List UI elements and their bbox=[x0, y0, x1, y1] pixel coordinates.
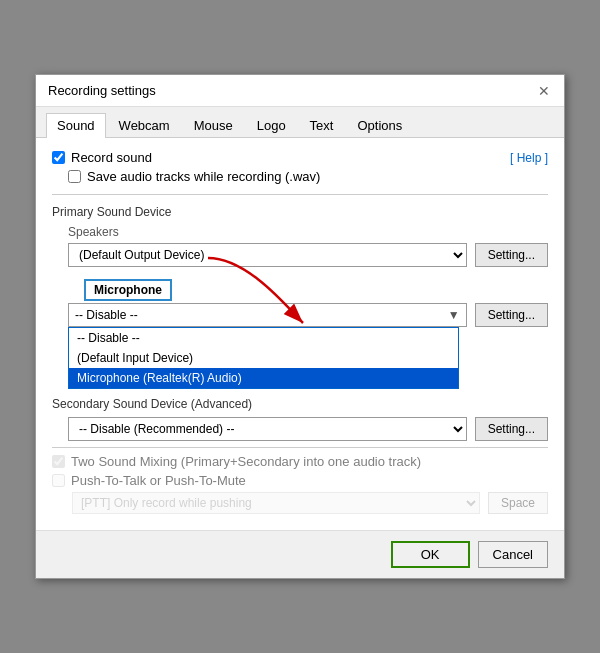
push-to-talk-label: Push-To-Talk or Push-To-Mute bbox=[71, 473, 246, 488]
tab-content: Record sound [ Help ] Save audio tracks … bbox=[36, 138, 564, 530]
tab-text[interactable]: Text bbox=[299, 113, 345, 137]
push-to-talk-row: Push-To-Talk or Push-To-Mute bbox=[52, 473, 548, 488]
tab-mouse[interactable]: Mouse bbox=[183, 113, 244, 137]
microphone-dropdown-list: -- Disable -- (Default Input Device) Mic… bbox=[68, 327, 459, 389]
ptt-key-input[interactable] bbox=[488, 492, 548, 514]
record-sound-row: Record sound bbox=[52, 150, 152, 165]
secondary-device-label: Secondary Sound Device (Advanced) bbox=[52, 397, 548, 411]
cancel-button[interactable]: Cancel bbox=[478, 541, 548, 568]
tab-bar: Sound Webcam Mouse Logo Text Options bbox=[36, 107, 564, 138]
microphone-label: Microphone bbox=[84, 279, 172, 301]
record-sound-checkbox[interactable] bbox=[52, 151, 65, 164]
dropdown-arrow-icon: ▼ bbox=[448, 308, 460, 322]
speakers-select[interactable]: (Default Output Device) bbox=[68, 243, 467, 267]
recording-settings-dialog: Recording settings ✕ Sound Webcam Mouse … bbox=[35, 74, 565, 579]
record-sound-label: Record sound bbox=[71, 150, 152, 165]
save-audio-checkbox[interactable] bbox=[68, 170, 81, 183]
microphone-dropdown-container: -- Disable -- ▼ -- Disable -- (Default I… bbox=[68, 303, 467, 389]
dialog-footer: OK Cancel bbox=[36, 530, 564, 578]
tab-webcam[interactable]: Webcam bbox=[108, 113, 181, 137]
primary-device-label: Primary Sound Device bbox=[52, 205, 548, 219]
secondary-setting-button[interactable]: Setting... bbox=[475, 417, 548, 441]
microphone-setting-button[interactable]: Setting... bbox=[475, 303, 548, 327]
help-link[interactable]: [ Help ] bbox=[510, 151, 548, 165]
secondary-select[interactable]: -- Disable (Recommended) -- bbox=[68, 417, 467, 441]
speakers-setting-button[interactable]: Setting... bbox=[475, 243, 548, 267]
secondary-device-row: -- Disable (Recommended) -- Setting... bbox=[68, 417, 548, 441]
dropdown-item-realtek[interactable]: Microphone (Realtek(R) Audio) bbox=[69, 368, 458, 388]
speakers-label: Speakers bbox=[68, 225, 548, 239]
tab-sound[interactable]: Sound bbox=[46, 113, 106, 138]
close-button[interactable]: ✕ bbox=[536, 84, 552, 98]
microphone-current-value: -- Disable -- bbox=[75, 308, 138, 322]
tab-options[interactable]: Options bbox=[346, 113, 413, 137]
save-audio-label: Save audio tracks while recording (.wav) bbox=[87, 169, 320, 184]
ptt-mode-select[interactable]: [PTT] Only record while pushing bbox=[72, 492, 480, 514]
dropdown-item-disable[interactable]: -- Disable -- bbox=[69, 328, 458, 348]
save-audio-row: Save audio tracks while recording (.wav) bbox=[68, 169, 548, 184]
ptt-options-row: [PTT] Only record while pushing bbox=[72, 492, 548, 514]
ok-button[interactable]: OK bbox=[391, 541, 470, 568]
two-sound-mixing-checkbox[interactable] bbox=[52, 455, 65, 468]
dropdown-item-default[interactable]: (Default Input Device) bbox=[69, 348, 458, 368]
two-sound-mixing-label: Two Sound Mixing (Primary+Secondary into… bbox=[71, 454, 421, 469]
dialog-title: Recording settings bbox=[48, 83, 156, 98]
titlebar: Recording settings ✕ bbox=[36, 75, 564, 107]
push-to-talk-checkbox[interactable] bbox=[52, 474, 65, 487]
microphone-select[interactable]: -- Disable -- ▼ bbox=[68, 303, 467, 327]
tab-logo[interactable]: Logo bbox=[246, 113, 297, 137]
two-sound-mixing-row: Two Sound Mixing (Primary+Secondary into… bbox=[52, 454, 548, 469]
speakers-row: (Default Output Device) Setting... bbox=[68, 243, 548, 267]
